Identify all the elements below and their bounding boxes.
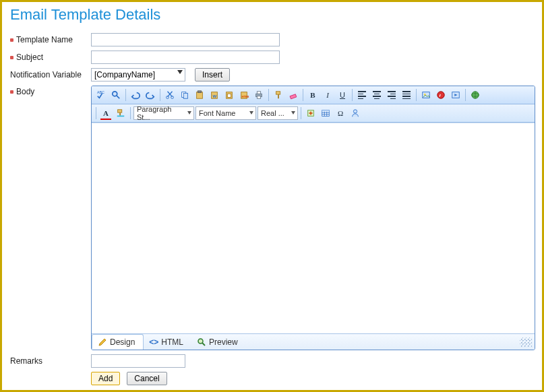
paste-plain-icon[interactable] bbox=[222, 88, 236, 102]
spellcheck-icon[interactable]: ABC bbox=[94, 88, 108, 102]
pencil-icon bbox=[98, 337, 107, 347]
svg-rect-10 bbox=[198, 91, 201, 93]
paragraph-style-combo[interactable]: Paragraph St... bbox=[133, 106, 194, 120]
tab-html-label: HTML bbox=[161, 337, 183, 347]
hyperlink-icon[interactable] bbox=[469, 88, 482, 102]
notification-variable-select[interactable] bbox=[91, 68, 185, 81]
svg-rect-9 bbox=[197, 92, 203, 99]
toolbar-separator bbox=[268, 89, 269, 101]
svg-text:ABC: ABC bbox=[97, 90, 104, 94]
required-marker bbox=[10, 38, 13, 42]
italic-button[interactable]: I bbox=[321, 88, 334, 102]
body-label: Body bbox=[16, 87, 34, 96]
user-icon[interactable] bbox=[349, 106, 362, 120]
paragraph-combo-text: Paragraph St... bbox=[137, 105, 184, 121]
svg-rect-31 bbox=[118, 110, 122, 112]
insert-symbol-button[interactable]: Ω bbox=[334, 106, 347, 120]
font-size-combo[interactable]: Real ... bbox=[258, 106, 298, 120]
svg-rect-18 bbox=[257, 92, 260, 94]
form: Template Name Subject Notification Varia… bbox=[10, 33, 535, 385]
insert-media-icon[interactable] bbox=[449, 88, 462, 102]
svg-point-42 bbox=[198, 339, 203, 344]
highlight-color-button[interactable] bbox=[114, 106, 127, 120]
remarks-label: Remarks bbox=[10, 356, 42, 366]
size-combo-text: Real ... bbox=[261, 109, 284, 117]
print-icon[interactable] bbox=[252, 88, 266, 102]
row-notification-variable: Notification Variable Insert bbox=[10, 68, 535, 81]
svg-line-2 bbox=[117, 96, 119, 98]
editor-content-area[interactable] bbox=[92, 123, 535, 333]
font-name-combo[interactable]: Font Name bbox=[195, 106, 256, 120]
insert-snippet-icon[interactable] bbox=[304, 106, 318, 120]
required-marker bbox=[10, 90, 13, 94]
toolbar-separator bbox=[160, 89, 160, 101]
bold-button[interactable]: B bbox=[306, 88, 320, 102]
toolbar-separator bbox=[352, 89, 353, 101]
svg-rect-14 bbox=[227, 94, 231, 97]
paste-html-icon[interactable]: HTML bbox=[237, 88, 251, 102]
tab-preview[interactable]: Preview bbox=[191, 334, 246, 350]
row-body: Body ABC W HTML bbox=[10, 86, 535, 350]
align-justify-button[interactable] bbox=[400, 88, 413, 102]
format-painter-icon[interactable] bbox=[272, 88, 285, 102]
notification-variable-value[interactable] bbox=[91, 68, 185, 81]
insert-image-icon[interactable] bbox=[419, 88, 433, 102]
toolbar-separator bbox=[416, 89, 417, 101]
row-template-name: Template Name bbox=[10, 33, 535, 46]
align-right-button[interactable] bbox=[385, 88, 398, 102]
paste-word-icon[interactable]: W bbox=[208, 88, 221, 102]
resize-grip-icon[interactable] bbox=[520, 337, 532, 347]
code-icon: <> bbox=[149, 337, 158, 347]
chevron-down-icon bbox=[187, 111, 191, 115]
insert-table-icon[interactable] bbox=[319, 106, 332, 120]
clear-format-icon[interactable] bbox=[286, 88, 300, 102]
svg-rect-19 bbox=[257, 96, 260, 99]
align-center-button[interactable] bbox=[370, 88, 384, 102]
toolbar-separator bbox=[465, 89, 466, 101]
template-name-input[interactable] bbox=[91, 33, 280, 46]
add-button[interactable]: Add bbox=[91, 372, 120, 385]
editor-toolbar-1: ABC W HTML B bbox=[92, 86, 535, 104]
remarks-input[interactable] bbox=[91, 354, 185, 368]
required-marker bbox=[10, 56, 13, 59]
font-combo-text: Font Name bbox=[199, 109, 235, 117]
insert-flash-icon[interactable]: f bbox=[434, 88, 448, 102]
notification-variable-label: Notification Variable bbox=[10, 70, 82, 79]
redo-icon[interactable] bbox=[144, 88, 157, 102]
app-frame: Email Template Details Template Name Sub… bbox=[0, 0, 544, 392]
toolbar-separator bbox=[125, 89, 126, 101]
find-icon[interactable] bbox=[109, 88, 123, 102]
tab-preview-label: Preview bbox=[209, 337, 238, 347]
svg-rect-22 bbox=[290, 94, 297, 99]
form-actions: Add Cancel bbox=[91, 372, 535, 385]
tab-html[interactable]: <> HTML bbox=[144, 334, 191, 350]
editor-toolbar-2: A Paragraph St... Font Name Real ... Ω bbox=[92, 104, 535, 123]
subject-label: Subject bbox=[16, 53, 43, 62]
page-title: Email Template Details bbox=[10, 6, 535, 24]
svg-text:W: W bbox=[212, 94, 216, 98]
toolbar-separator bbox=[130, 107, 131, 119]
underline-button[interactable]: U bbox=[336, 88, 349, 102]
cut-icon[interactable] bbox=[163, 88, 177, 102]
subject-input[interactable] bbox=[91, 51, 280, 64]
paste-icon[interactable] bbox=[193, 88, 206, 102]
svg-line-43 bbox=[202, 343, 205, 346]
toolbar-separator bbox=[303, 89, 303, 101]
insert-button[interactable]: Insert bbox=[195, 68, 230, 81]
row-subject: Subject bbox=[10, 51, 535, 64]
svg-rect-32 bbox=[119, 112, 121, 115]
toolbar-separator bbox=[301, 107, 301, 119]
svg-rect-40 bbox=[322, 110, 330, 112]
svg-point-1 bbox=[113, 92, 117, 96]
tab-design[interactable]: Design bbox=[92, 334, 144, 350]
copy-icon[interactable] bbox=[178, 88, 191, 102]
cancel-button[interactable]: Cancel bbox=[127, 372, 167, 385]
align-left-button[interactable] bbox=[355, 88, 369, 102]
font-color-button[interactable]: A bbox=[99, 106, 113, 120]
svg-text:HTML: HTML bbox=[242, 95, 249, 98]
undo-icon[interactable] bbox=[129, 88, 142, 102]
chevron-down-icon bbox=[249, 111, 253, 115]
rich-text-editor: ABC W HTML B bbox=[91, 86, 535, 350]
magnifier-icon bbox=[197, 337, 206, 347]
svg-point-41 bbox=[353, 110, 357, 113]
